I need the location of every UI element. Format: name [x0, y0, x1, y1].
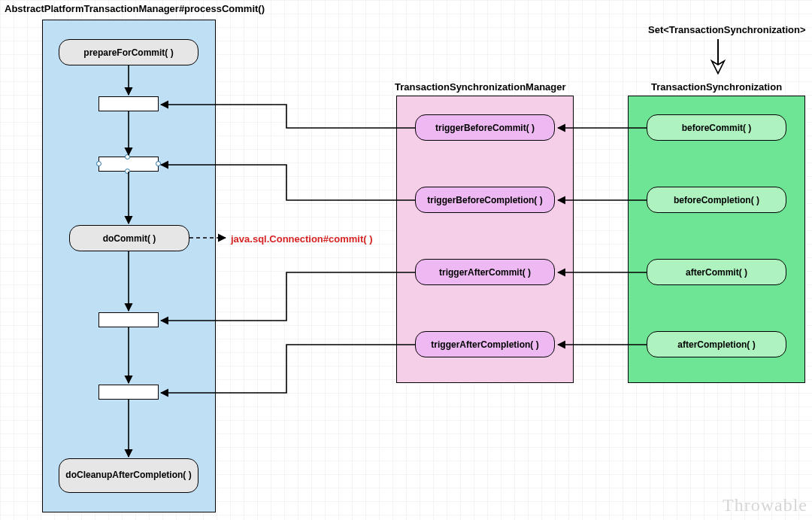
- trigger-before-commit-node: triggerBeforeCommit( ): [415, 114, 555, 141]
- manager-header: TransactionSynchronizationManager: [395, 81, 566, 93]
- do-commit-node: doCommit( ): [69, 225, 189, 251]
- port-left: [96, 161, 102, 166]
- before-commit-node: beforeCommit( ): [647, 114, 786, 141]
- watermark: Throwable: [723, 495, 807, 515]
- empty-step-1: [98, 96, 159, 111]
- jdbc-commit-annotation: java.sql.Connection#commit( ): [231, 233, 373, 245]
- port-top: [125, 154, 130, 160]
- port-bottom: [125, 169, 130, 174]
- trigger-before-completion-node: triggerBeforeCompletion( ): [415, 187, 555, 213]
- port-right: [156, 161, 161, 166]
- trigger-after-completion-node: triggerAfterCompletion( ): [415, 331, 555, 357]
- process-commit-container: [42, 20, 216, 512]
- sync-header: TransactionSynchronization: [651, 81, 782, 93]
- empty-step-4: [98, 385, 159, 400]
- empty-step-3: [98, 312, 159, 327]
- before-completion-node: beforeCompletion( ): [647, 187, 786, 213]
- diagram-title: AbstractPlatformTransactionManager#proce…: [5, 3, 265, 14]
- do-cleanup-node: doCleanupAfterCompletion( ): [59, 458, 198, 493]
- set-label: Set<TransactionSynchronization>: [648, 24, 806, 35]
- after-completion-node: afterCompletion( ): [647, 331, 786, 357]
- trigger-after-commit-node: triggerAfterCommit( ): [415, 259, 555, 285]
- prepare-for-commit-node: prepareForCommit( ): [59, 39, 198, 65]
- after-commit-node: afterCommit( ): [647, 259, 786, 285]
